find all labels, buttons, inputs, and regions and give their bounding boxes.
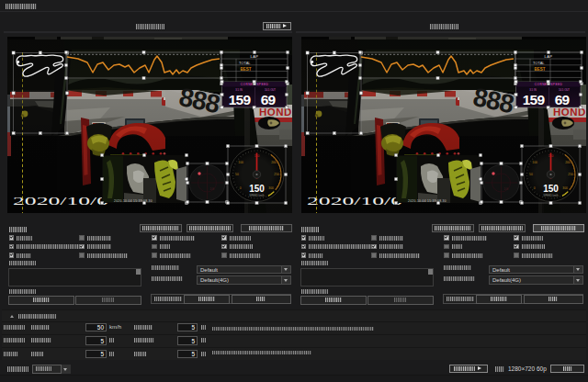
- svg-text:1G: 1G: [504, 187, 509, 191]
- svg-text:50: 50: [529, 173, 533, 176]
- svg-text:BEST: BEST: [535, 67, 546, 72]
- svg-text:200: 200: [271, 161, 277, 164]
- svg-text:BEST: BEST: [241, 67, 252, 72]
- svg-text:50: 50: [235, 173, 239, 176]
- svg-text:69: 69: [261, 92, 277, 107]
- svg-text:TOTAL: TOTAL: [533, 61, 545, 65]
- svg-text:100: 100: [532, 161, 537, 164]
- svg-text:2020/10/0: 2020/10/0: [307, 194, 402, 208]
- svg-text:1G: 1G: [210, 187, 215, 191]
- svg-text:2020-10-04 15:39:08.30: 2020-10-04 15:39:08.30: [114, 199, 153, 203]
- svg-text:100: 100: [238, 161, 243, 164]
- svg-text:250: 250: [568, 173, 573, 176]
- svg-text:0: 0: [534, 186, 536, 190]
- svg-text:2020-10-04 15:39:08.30: 2020-10-04 15:39:08.30: [408, 199, 447, 203]
- svg-text:TOTAL: TOTAL: [239, 61, 251, 65]
- svg-text:150: 150: [249, 184, 265, 194]
- svg-text:0: 0: [240, 186, 242, 190]
- svg-text:2020/10/0: 2020/10/0: [13, 194, 108, 208]
- svg-text:159: 159: [523, 92, 546, 107]
- svg-text:250: 250: [274, 173, 279, 176]
- svg-text:300: 300: [562, 186, 568, 190]
- svg-text:LAP: LAP: [544, 54, 552, 59]
- svg-text:69: 69: [555, 92, 571, 107]
- svg-text:200: 200: [565, 161, 571, 164]
- svg-text:150: 150: [543, 184, 559, 194]
- svg-text:159: 159: [229, 92, 252, 107]
- svg-text:SPEED km/h: SPEED km/h: [543, 194, 559, 197]
- svg-text:300: 300: [268, 186, 274, 190]
- svg-text:LAP: LAP: [250, 54, 258, 59]
- svg-text:SPEED km/h: SPEED km/h: [249, 194, 265, 197]
